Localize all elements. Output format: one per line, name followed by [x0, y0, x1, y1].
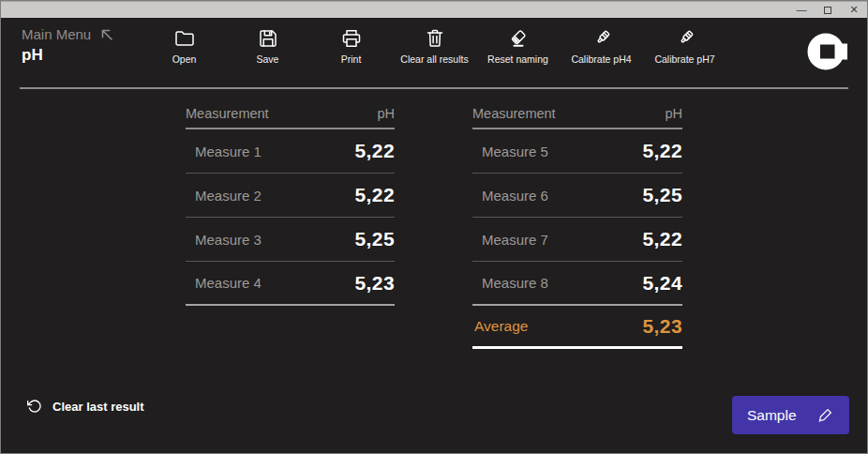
measure-label: Measure 8	[482, 275, 548, 291]
table-body: Measure 15,22Measure 25,22Measure 35,25M…	[186, 129, 395, 306]
maximize-icon	[824, 7, 831, 14]
eraser-icon	[507, 27, 530, 50]
save-button[interactable]: Save	[226, 27, 309, 65]
measurement-table-right: Measurement pH Measure 55,22Measure 65,2…	[472, 104, 682, 349]
column-header-ph: pH	[377, 106, 395, 121]
header-divider	[20, 87, 848, 89]
table-row: Measure 65,25	[472, 174, 682, 218]
arrow-up-left-icon	[99, 27, 114, 42]
table-row: Measure 35,25	[186, 218, 395, 262]
sample-button-label: Sample	[747, 407, 797, 424]
window-titlebar: — ✕	[1, 1, 867, 18]
table-header: Measurement pH	[472, 104, 682, 129]
app-window: — ✕ Main Menu pH Open	[0, 0, 868, 454]
print-button[interactable]: Print	[309, 27, 393, 65]
ph-value: 5,24	[643, 272, 682, 295]
toolbar-label: Save	[257, 53, 279, 65]
probe-icon	[674, 27, 696, 50]
average-label: Average	[474, 318, 528, 335]
column-header-ph: pH	[665, 106, 682, 121]
clear-all-results-button[interactable]: Clear all results	[393, 27, 476, 65]
average-value: 5,23	[643, 315, 682, 338]
table-row: Measure 75,22	[472, 218, 682, 262]
average-row: Average 5,23	[472, 306, 682, 349]
measure-label: Measure 1	[195, 144, 262, 159]
table-row: Measure 55,22	[472, 129, 682, 174]
measurement-table-left: Measurement pH Measure 15,22Measure 25,2…	[186, 104, 395, 306]
clear-last-result-label: Clear last result	[52, 400, 144, 414]
ph-value: 5,25	[643, 184, 682, 206]
reset-naming-button[interactable]: Reset naming	[476, 27, 560, 65]
brand-logo-icon	[806, 31, 847, 72]
toolbar-label: Print	[341, 53, 362, 65]
table-body: Measure 55,22Measure 65,25Measure 75,22M…	[472, 129, 682, 306]
ph-value: 5,25	[355, 228, 395, 250]
measure-label: Measure 3	[195, 232, 262, 248]
table-row: Measure 15,22	[186, 129, 395, 174]
measure-label: Measure 4	[195, 275, 262, 291]
toolbar-label: Calibrate pH7	[654, 53, 714, 65]
table-row: Measure 45,23	[186, 262, 395, 306]
toolbar-label: Reset naming	[487, 53, 548, 65]
folder-icon	[173, 27, 196, 50]
measure-label: Measure 5	[482, 144, 548, 159]
main-menu-back-button[interactable]: Main Menu pH	[22, 26, 114, 65]
ph-value: 5,22	[643, 228, 682, 250]
header: Main Menu pH Open	[1, 18, 867, 89]
ph-value: 5,23	[355, 272, 395, 295]
toolbar-label: Calibrate pH4	[571, 53, 631, 65]
probe-icon	[591, 27, 613, 50]
open-button[interactable]: Open	[142, 27, 226, 65]
toolbar-label: Clear all results	[400, 53, 468, 65]
trash-icon	[424, 27, 446, 50]
measure-label: Measure 6	[482, 188, 548, 204]
close-button[interactable]: ✕	[841, 2, 867, 19]
toolbar: Open Save Print	[142, 27, 726, 65]
table-header: Measurement pH	[186, 104, 395, 129]
main-menu-label: Main Menu	[22, 26, 91, 42]
save-icon	[257, 27, 279, 50]
rotate-ccw-icon	[27, 399, 42, 414]
column-header-measurement: Measurement	[186, 106, 269, 121]
ph-value: 5,22	[355, 184, 395, 206]
clear-last-result-button[interactable]: Clear last result	[27, 399, 144, 414]
measure-label: Measure 7	[482, 232, 548, 248]
ph-value: 5,22	[355, 140, 395, 162]
measure-label: Measure 2	[195, 188, 262, 204]
page-title: pH	[22, 46, 114, 65]
maximize-button[interactable]	[815, 2, 841, 19]
sample-button[interactable]: Sample	[732, 396, 849, 434]
toolbar-label: Open	[172, 53, 197, 65]
table-row: Measure 85,24	[472, 262, 682, 306]
calibrate-ph4-button[interactable]: Calibrate pH4	[560, 27, 643, 65]
pencil-icon	[816, 406, 834, 424]
ph-value: 5,22	[643, 140, 682, 162]
printer-icon	[340, 27, 363, 50]
column-header-measurement: Measurement	[472, 106, 556, 121]
minimize-button[interactable]: —	[788, 2, 815, 19]
calibrate-ph7-button[interactable]: Calibrate pH7	[643, 27, 726, 65]
table-row: Measure 25,22	[186, 174, 395, 218]
